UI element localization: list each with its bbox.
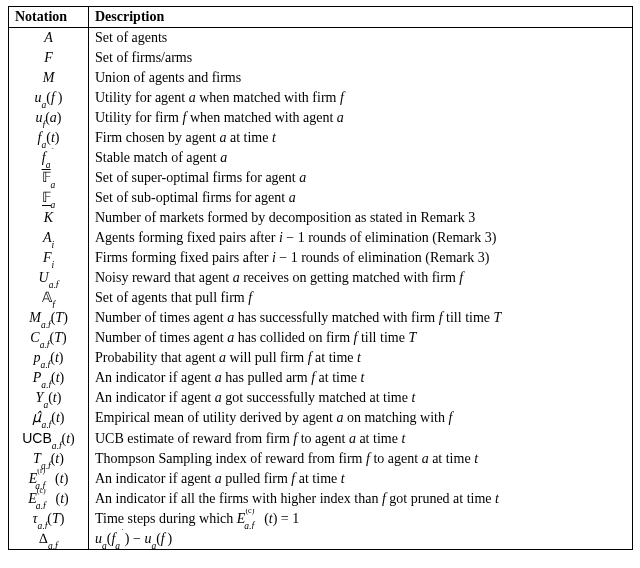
table-row: AiAgents forming fixed pairs after i − 1… <box>9 228 633 248</box>
notation-cell: fa* <box>9 148 89 168</box>
description-cell: Set of agents that pull firm f <box>89 288 633 308</box>
table-row: 𝔽aSet of sub-optimal firms for agent a <box>9 188 633 208</box>
table-row: fa*Stable match of agent a <box>9 148 633 168</box>
notation-cell: E(c)a,f(t) <box>9 489 89 509</box>
notation-cell: pa,f(t) <box>9 348 89 368</box>
notation-cell: Ua,f <box>9 268 89 288</box>
table-row: µ̂a,f(t)Empirical mean of utility derive… <box>9 408 633 428</box>
table-row: fa(t)Firm chosen by agent a at time t <box>9 128 633 148</box>
description-cell: An indicator if all the firms with highe… <box>89 489 633 509</box>
table-row: 𝔸fSet of agents that pull firm f <box>9 288 633 308</box>
description-cell: Time steps during which E(c)a,f(t) = 1 <box>89 509 633 529</box>
notation-cell: Pa,f(t) <box>9 368 89 388</box>
table-row: Ya(t)An indicator if agent a got success… <box>9 388 633 408</box>
description-cell: Stable match of agent a <box>89 148 633 168</box>
notation-cell: Ca,f(T) <box>9 328 89 348</box>
notation-cell: A <box>9 28 89 49</box>
table-row: E(c)a,f(t)An indicator if all the firms … <box>9 489 633 509</box>
notation-cell: Ya(t) <box>9 388 89 408</box>
notation-cell: τa,f(T) <box>9 509 89 529</box>
notation-cell: Ta,f(t) <box>9 449 89 469</box>
table-row: pa,f(t)Probability that agent a will pul… <box>9 348 633 368</box>
description-cell: Firms forming fixed pairs after i − 1 ro… <box>89 248 633 268</box>
header-notation: Notation <box>9 7 89 28</box>
description-cell: Set of sub-optimal firms for agent a <box>89 188 633 208</box>
description-cell: Probability that agent a will pull firm … <box>89 348 633 368</box>
description-cell: Number of times agent a has successfully… <box>89 308 633 328</box>
table-row: UCBa,f(t)UCB estimate of reward from fir… <box>9 428 633 449</box>
notation-cell: M <box>9 68 89 88</box>
notation-cell: fa(t) <box>9 128 89 148</box>
description-cell: Utility for firm f when matched with age… <box>89 108 633 128</box>
table-header-row: Notation Description <box>9 7 633 28</box>
description-cell: ua(fa*) − ua(f ) <box>89 529 633 550</box>
description-cell: Union of agents and firms <box>89 68 633 88</box>
header-description: Description <box>89 7 633 28</box>
notation-cell: 𝔽a <box>9 168 89 188</box>
description-cell: Number of times agent a has collided on … <box>89 328 633 348</box>
table-row: τa,f(T)Time steps during which E(c)a,f(t… <box>9 509 633 529</box>
notation-cell: F <box>9 48 89 68</box>
notation-cell: K <box>9 208 89 228</box>
notation-cell: UCBa,f(t) <box>9 428 89 449</box>
notation-table-container: Notation Description ASet of agentsFSet … <box>0 0 640 556</box>
notation-cell: uf(a) <box>9 108 89 128</box>
description-cell: Set of firms/arms <box>89 48 633 68</box>
notation-cell: Ma,f(T) <box>9 308 89 328</box>
description-cell: Utility for agent a when matched with fi… <box>89 88 633 108</box>
notation-cell: Fi <box>9 248 89 268</box>
description-cell: An indicator if agent a got successfully… <box>89 388 633 408</box>
description-cell: Thompson Sampling index of reward from f… <box>89 449 633 469</box>
table-row: Ca,f(T)Number of times agent a has colli… <box>9 328 633 348</box>
description-cell: An indicator if agent a pulled firm f at… <box>89 469 633 489</box>
description-cell: Set of super-optimal firms for agent a <box>89 168 633 188</box>
table-row: 𝔽aSet of super-optimal firms for agent a <box>9 168 633 188</box>
table-row: Ta,f(t)Thompson Sampling index of reward… <box>9 449 633 469</box>
description-cell: UCB estimate of reward from firm f to ag… <box>89 428 633 449</box>
description-cell: Firm chosen by agent a at time t <box>89 128 633 148</box>
notation-cell: ua(f ) <box>9 88 89 108</box>
table-row: uf(a)Utility for firm f when matched wit… <box>9 108 633 128</box>
table-row: FiFirms forming fixed pairs after i − 1 … <box>9 248 633 268</box>
description-cell: Empirical mean of utility derived by age… <box>89 408 633 428</box>
notation-cell: ∆a,f <box>9 529 89 550</box>
table-row: ∆a,fua(fa*) − ua(f ) <box>9 529 633 550</box>
description-cell: Number of markets formed by decompositio… <box>89 208 633 228</box>
description-cell: Set of agents <box>89 28 633 49</box>
table-row: Pa,f(t)An indicator if agent a has pulle… <box>9 368 633 388</box>
table-row: KNumber of markets formed by decompositi… <box>9 208 633 228</box>
notation-cell: Ai <box>9 228 89 248</box>
table-row: ASet of agents <box>9 28 633 49</box>
table-row: E(r)a,f(t)An indicator if agent a pulled… <box>9 469 633 489</box>
table-row: Ua,fNoisy reward that agent a receives o… <box>9 268 633 288</box>
table-row: FSet of firms/arms <box>9 48 633 68</box>
table-row: MUnion of agents and firms <box>9 68 633 88</box>
notation-cell: 𝔸f <box>9 288 89 308</box>
table-row: ua(f )Utility for agent a when matched w… <box>9 88 633 108</box>
description-cell: An indicator if agent a has pulled arm f… <box>89 368 633 388</box>
notation-cell: E(r)a,f(t) <box>9 469 89 489</box>
notation-cell: µ̂a,f(t) <box>9 408 89 428</box>
notation-cell: 𝔽a <box>9 188 89 208</box>
notation-table: Notation Description ASet of agentsFSet … <box>8 6 633 550</box>
description-cell: Noisy reward that agent a receives on ge… <box>89 268 633 288</box>
description-cell: Agents forming fixed pairs after i − 1 r… <box>89 228 633 248</box>
table-row: Ma,f(T)Number of times agent a has succe… <box>9 308 633 328</box>
